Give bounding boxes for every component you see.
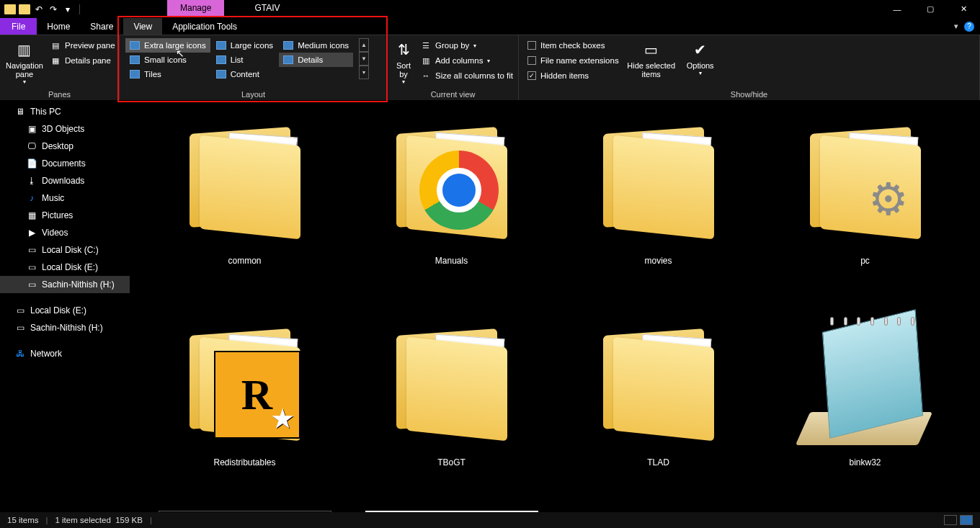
file-item-movies[interactable]: movies [555, 107, 762, 309]
folder-icon [4, 4, 16, 14]
file-label: movies [644, 256, 672, 266]
help-icon[interactable]: ? [964, 22, 974, 32]
tree-3d-objects[interactable]: ▣3D Objects [0, 120, 130, 138]
preview-pane-icon: ▤ [50, 40, 61, 50]
thumbnails-view-toggle[interactable] [960, 515, 973, 525]
file-label: common [228, 256, 261, 266]
file-grid[interactable]: common Manuals movies ⚙ pc R★ Redistribu… [130, 100, 980, 512]
item-checkboxes-toggle[interactable]: Item check boxes [525, 38, 622, 53]
tree-local-disk-e-extra[interactable]: ▭Local Disk (E:) [0, 302, 130, 319]
undo-icon[interactable]: ↶ [33, 4, 45, 15]
file-label: binkw32 [849, 457, 881, 467]
extra-large-icons-option[interactable]: Extra large icons [125, 38, 210, 53]
layout-icon [216, 70, 226, 79]
hidden-items-toggle[interactable]: ✓Hidden items [525, 68, 622, 83]
small-icons-option[interactable]: Small icons [125, 53, 210, 67]
tree-local-disk-c[interactable]: ▭Local Disk (C:) [0, 241, 130, 259]
tree-desktop[interactable]: 🖵Desktop [0, 138, 130, 155]
videos-icon: ▶ [26, 228, 37, 238]
options-icon: ✔ [690, 40, 710, 60]
ribbon: ▥ Navigation pane▾ ▤Preview pane ▦Detail… [0, 35, 980, 100]
qat-dropdown-icon[interactable]: ▾ [62, 4, 74, 15]
tree-local-disk-e[interactable]: ▭Local Disk (E:) [0, 259, 130, 276]
tree-network[interactable]: 🖧Network [0, 345, 130, 362]
gallery-up-icon[interactable]: ▲ [359, 38, 369, 52]
layout-group-label: Layout [125, 89, 381, 99]
details-pane-label: Details pane [65, 56, 111, 65]
file-item-manuals[interactable]: Manuals [348, 107, 555, 309]
layout-gallery: Extra large icons Large icons Medium ico… [125, 38, 353, 81]
file-item-tbogt[interactable]: TBoGT [348, 309, 555, 511]
tree-pictures[interactable]: ▦Pictures [0, 207, 130, 224]
content-option[interactable]: Content [212, 67, 277, 81]
chrome-icon [419, 151, 499, 230]
navigation-pane-label: Navigation pane [6, 61, 43, 79]
checkbox-icon [527, 56, 536, 65]
close-button[interactable]: ✕ [947, 0, 980, 18]
network-icon: 🖧 [14, 349, 26, 359]
navigation-pane-button[interactable]: ▥ Navigation pane▾ [6, 38, 43, 85]
details-view-toggle[interactable] [944, 515, 957, 525]
file-extensions-toggle[interactable]: File name extensions [525, 53, 622, 68]
details-option[interactable]: Details [279, 53, 353, 67]
hide-selected-button[interactable]: ▭ Hide selected items [626, 38, 677, 79]
file-item-binkw32[interactable]: binkw32 [762, 309, 968, 511]
size-columns-button[interactable]: ↔Size all columns to fit [418, 68, 516, 83]
sort-by-button[interactable]: ⇅ Sort by▾ [393, 38, 414, 85]
notepad-icon [797, 313, 934, 449]
add-columns-icon: ▥ [421, 55, 431, 66]
gallery-more-icon[interactable]: ▾ [359, 66, 369, 79]
tree-documents[interactable]: 📄Documents [0, 155, 130, 172]
file-item-common[interactable]: common [141, 107, 348, 309]
status-bar: 15 items | 1 item selected 159 KB | [0, 512, 980, 528]
show-hide-group: Item check boxes File name extensions ✓H… [519, 35, 980, 100]
file-label: Manuals [435, 256, 468, 266]
file-item-redistributables[interactable]: R★ Redistributables [141, 309, 348, 511]
downloads-icon: ⭳ [26, 176, 37, 186]
options-button[interactable]: ✔ Options▾ [681, 38, 720, 76]
tree-sachin-nithish-h-extra[interactable]: ▭Sachin-Nithish (H:) [0, 319, 130, 336]
panes-group: ▥ Navigation pane▾ ▤Preview pane ▦Detail… [0, 35, 120, 100]
rockstar-icon: R★ [214, 351, 300, 439]
gallery-down-icon[interactable]: ▼ [359, 52, 369, 66]
minimize-button[interactable]: — [881, 0, 914, 18]
desktop-icon: 🖵 [26, 141, 37, 151]
sort-by-label: Sort by [393, 61, 414, 79]
checkbox-icon [527, 41, 536, 50]
medium-icons-option[interactable]: Medium icons [279, 38, 353, 53]
tiles-option[interactable]: Tiles [125, 67, 210, 81]
pictures-icon: ▦ [26, 210, 37, 220]
separator: | [45, 516, 48, 524]
preview-pane-button[interactable]: ▤Preview pane [48, 38, 118, 53]
window-controls: — ▢ ✕ [881, 0, 980, 18]
large-icons-option[interactable]: Large icons [212, 38, 277, 53]
view-tab[interactable]: View [123, 18, 162, 35]
tree-music[interactable]: ♪Music [0, 189, 130, 207]
tree-downloads[interactable]: ⭳Downloads [0, 172, 130, 189]
size-columns-icon: ↔ [421, 71, 431, 81]
group-by-button[interactable]: ☰Group by ▾ [418, 38, 516, 53]
file-label: pc [860, 256, 870, 266]
home-tab[interactable]: Home [37, 18, 80, 35]
maximize-button[interactable]: ▢ [914, 0, 947, 18]
tree-sachin-nithish-h[interactable]: ▭Sachin-Nithish (H:) [0, 276, 130, 293]
share-tab[interactable]: Share [80, 18, 123, 35]
collapse-ribbon-icon[interactable]: ▾ [954, 22, 958, 31]
redo-icon[interactable]: ↷ [48, 4, 59, 15]
tree-this-pc[interactable]: 🖥This PC [0, 103, 130, 120]
details-pane-button[interactable]: ▦Details pane [48, 53, 118, 68]
file-label: Redistributables [213, 457, 275, 467]
status-selection: 1 item selected 159 KB [55, 516, 142, 524]
application-tools-tab[interactable]: Application Tools [162, 18, 247, 35]
file-item-pc[interactable]: ⚙ pc [762, 107, 968, 309]
manage-context-tab[interactable]: Manage [167, 0, 224, 16]
file-item-tlad[interactable]: TLAD [555, 309, 762, 511]
add-columns-button[interactable]: ▥Add columns ▾ [418, 53, 516, 68]
layout-icon [283, 41, 293, 50]
drive-icon: ▭ [14, 323, 26, 333]
tree-videos[interactable]: ▶Videos [0, 224, 130, 241]
group-by-icon: ☰ [421, 40, 431, 50]
layout-icon [283, 55, 293, 64]
list-option[interactable]: List [212, 53, 277, 67]
file-tab[interactable]: File [0, 18, 37, 35]
